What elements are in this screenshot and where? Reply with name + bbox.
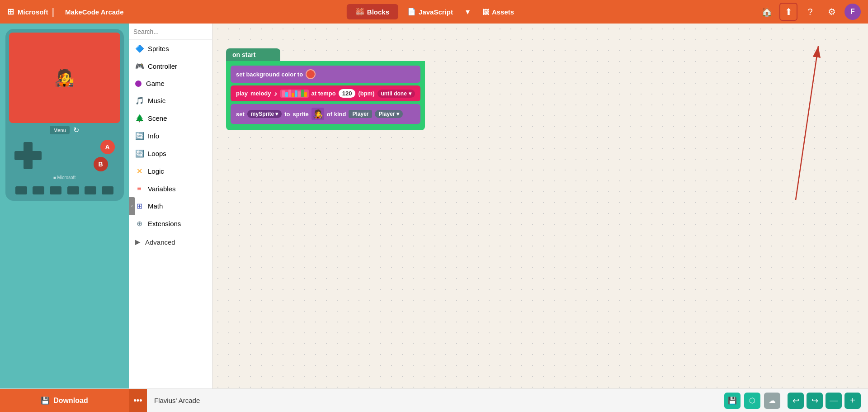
ctrl-btn-3[interactable] — [50, 186, 61, 194]
bottom-controls — [9, 184, 120, 197]
controller-icon: 🎮 — [135, 62, 143, 71]
download-button[interactable]: 💾 Download — [0, 389, 129, 412]
set-sprite-block[interactable]: set mySprite ▾ to sprite 🧑‍🎤 of kind Pla… — [231, 104, 420, 124]
svg-line-1 — [796, 46, 818, 200]
ctrl-btn-1[interactable] — [15, 186, 27, 194]
bottom-bar: 💾 Download ••• Flavius' Arcade 💾 ⬡ ☁ ↩ ↪… — [0, 388, 868, 412]
sidebar-item-scene[interactable]: 🌲 Scene — [129, 109, 212, 127]
brand: ⊞ Microsoft | MakeCode Arcade — [7, 7, 124, 17]
ctrl-btn-6[interactable] — [102, 186, 113, 194]
set-bg-block[interactable]: set background color to — [231, 66, 420, 83]
tempo-value[interactable]: 120 — [339, 89, 356, 98]
right-bottom-actions: ↩ ↪ — + — [788, 393, 868, 409]
toolbox-panel: 🔍 🔷 Sprites 🎮 Controller Game 🎵 Music 🌲 … — [129, 24, 212, 388]
ctrl-btn-4[interactable] — [67, 186, 79, 194]
blocks-tab[interactable]: 🧱 Blocks — [347, 4, 398, 19]
zoom-in-button[interactable]: + — [844, 393, 861, 409]
player-badge[interactable]: Player ▾ — [375, 110, 402, 118]
annotation-arrow — [696, 37, 832, 220]
sprite-thumbnail[interactable]: 🧑‍🎤 — [311, 108, 324, 120]
js-icon: 📄 — [407, 8, 416, 16]
simulator-panel: 🧑‍🎤 Menu ↻ — [0, 24, 129, 388]
refresh-icon[interactable]: ↻ — [73, 126, 79, 134]
sidebar-toggle-button[interactable]: ‹ — [129, 197, 135, 215]
search-bar: 🔍 — [129, 24, 212, 40]
workspace[interactable]: on start set background color to play me… — [212, 24, 868, 388]
ms-device-logo: ■ Microsoft — [9, 173, 120, 182]
project-name: Flavius' Arcade — [147, 397, 724, 404]
menu-bar: Menu ↻ — [9, 126, 120, 134]
sidebar-item-logic[interactable]: ✕ Logic — [129, 162, 212, 180]
brand-divider: | — [52, 7, 55, 17]
sprites-icon: 🔷 — [135, 44, 143, 53]
gameboy-device: 🧑‍🎤 Menu ↻ — [5, 29, 124, 201]
cloud-button[interactable]: ☁ — [764, 393, 780, 409]
player-chevron: ▾ — [396, 111, 399, 117]
search-input[interactable] — [133, 28, 212, 35]
zoom-out-button[interactable]: — — [826, 393, 842, 409]
logic-icon: ✕ — [135, 167, 143, 175]
ctrl-btn-2[interactable] — [33, 186, 44, 194]
game-sprite: 🧑‍🎤 — [54, 68, 75, 87]
navbar-right: 🏠 ⬆ ? ⚙ F — [758, 3, 861, 21]
on-start-block[interactable]: on start — [226, 48, 280, 61]
math-icon: ⊞ — [135, 202, 143, 210]
device-controls: A B — [9, 136, 120, 173]
until-done-badge[interactable]: until done ▾ — [377, 90, 415, 98]
assets-tab[interactable]: 🖼 Assets — [475, 5, 521, 19]
variables-icon: ≡ — [135, 185, 143, 193]
help-button[interactable]: ? — [801, 3, 819, 21]
home-button[interactable]: 🏠 — [758, 3, 776, 21]
sidebar-item-math[interactable]: ⊞ Math — [129, 197, 212, 215]
sidebar-item-variables[interactable]: ≡ Variables — [129, 180, 212, 197]
main-layout: 🧑‍🎤 Menu ↻ — [0, 24, 868, 388]
user-avatar[interactable]: F — [844, 4, 861, 20]
game-screen: 🧑‍🎤 — [9, 33, 120, 123]
save-button[interactable]: 💾 — [724, 393, 741, 409]
screen-red-bg: 🧑‍🎤 — [9, 33, 120, 123]
sidebar-item-music[interactable]: 🎵 Music — [129, 92, 212, 109]
ms-label: Microsoft — [18, 8, 48, 16]
undo-button[interactable]: ↩ — [788, 393, 804, 409]
more-button[interactable]: ••• — [129, 389, 147, 412]
sidebar-item-extensions[interactable]: ⊕ Extensions — [129, 215, 212, 232]
menu-button[interactable]: Menu — [50, 126, 70, 134]
a-button[interactable]: A — [100, 140, 115, 154]
ctrl-btn-5[interactable] — [85, 186, 96, 194]
bg-color-picker[interactable] — [306, 69, 316, 79]
advanced-chevron-icon: ▶ — [135, 238, 141, 246]
ab-buttons: A B — [91, 140, 115, 171]
ms-grid-icon: ⊞ — [7, 7, 14, 17]
nav-center: 🧱 Blocks 📄 JavaScript ▾ 🖼 Assets — [347, 4, 521, 19]
app-name: MakeCode Arcade — [65, 8, 124, 16]
settings-button[interactable]: ⚙ — [823, 3, 841, 21]
dpad-vertical — [24, 142, 33, 169]
mysprite-chevron: ▾ — [275, 111, 278, 117]
sidebar-item-controller[interactable]: 🎮 Controller — [129, 57, 212, 75]
scene-icon: 🌲 — [135, 114, 143, 123]
sidebar-item-info[interactable]: 🔄 Info — [129, 127, 212, 145]
melody-bars[interactable] — [280, 90, 309, 98]
block-container: on start set background color to play me… — [226, 48, 425, 130]
dpad[interactable] — [14, 142, 42, 169]
mysprite-badge[interactable]: mySprite ▾ — [247, 110, 282, 118]
blocks-icon: 🧱 — [356, 8, 364, 16]
sidebar-item-advanced[interactable]: ▶ Advanced — [129, 232, 212, 251]
b-button[interactable]: B — [94, 157, 108, 171]
share-button[interactable]: ⬆ — [779, 3, 797, 21]
info-icon: 🔄 — [135, 132, 143, 140]
js-dropdown[interactable]: ▾ — [462, 5, 473, 19]
game-dot — [135, 81, 142, 87]
navbar: ⊞ Microsoft | MakeCode Arcade 🧱 Blocks 📄… — [0, 0, 868, 24]
js-tab[interactable]: 📄 JavaScript — [400, 4, 460, 19]
block-body: set background color to play melody ♪ — [226, 61, 425, 130]
sidebar-item-game[interactable]: Game — [129, 75, 212, 92]
melody-note-icon: ♪ — [274, 90, 278, 98]
download-icon: 💾 — [41, 396, 50, 405]
play-melody-block[interactable]: play melody ♪ at t — [231, 85, 420, 101]
sidebar-item-loops[interactable]: 🔄 Loops — [129, 145, 212, 162]
redo-button[interactable]: ↪ — [807, 393, 823, 409]
sidebar-item-sprites[interactable]: 🔷 Sprites — [129, 40, 212, 57]
github-button[interactable]: ⬡ — [744, 393, 760, 409]
loops-icon: 🔄 — [135, 149, 143, 158]
